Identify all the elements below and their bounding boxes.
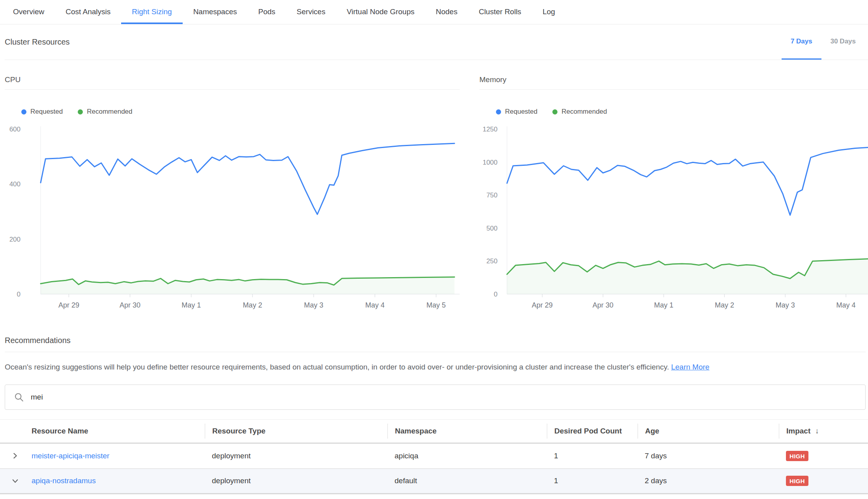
tab-cost-analysis[interactable]: Cost Analysis	[55, 0, 121, 24]
resource-name-link[interactable]: meister-apiciqa-meister	[32, 452, 109, 460]
age-cell: 2 days	[638, 476, 779, 485]
desired-pod-count-cell: 1	[547, 476, 638, 485]
legend-item-requested[interactable]: Requested	[496, 108, 537, 116]
legend-dot-recommended	[78, 109, 83, 114]
column-header-impact[interactable]: Impact↓	[779, 424, 868, 439]
svg-text:May 2: May 2	[243, 301, 262, 309]
legend-item-recommended[interactable]: Recommended	[552, 108, 607, 116]
impact-badge: HIGH	[786, 476, 808, 486]
svg-text:May 1: May 1	[654, 301, 673, 309]
legend-dot-requested	[21, 109, 26, 114]
svg-text:250: 250	[486, 257, 498, 265]
tab-log[interactable]: Log	[532, 0, 566, 24]
chevron-down-icon[interactable]	[12, 478, 19, 484]
tab-cluster-rolls[interactable]: Cluster Rolls	[468, 0, 532, 24]
resource-name-link[interactable]: apiqa-nostradamus	[32, 476, 96, 485]
tab-overview[interactable]: Overview	[2, 0, 55, 24]
recommendations-table: Resource NameResource TypeNamespaceDesir…	[0, 419, 868, 494]
column-header-name[interactable]: Resource Name	[24, 424, 205, 439]
column-header-pods[interactable]: Desired Pod Count	[547, 424, 638, 439]
column-header-type[interactable]: Resource Type	[205, 424, 387, 439]
impact-cell: HIGH	[779, 451, 868, 461]
memory-chart-panel: Memory RequestedRecommended 025050075010…	[479, 75, 868, 310]
legend-dot-recommended	[552, 109, 557, 114]
namespace-cell: apiciqa	[387, 452, 547, 460]
memory-chart[interactable]: 025050075010001250Apr 29Apr 30May 1May 2…	[479, 124, 868, 310]
column-header-expander	[0, 424, 24, 439]
charts-row: CPU RequestedRecommended 0200400600Apr 2…	[5, 75, 868, 310]
tab-virtual-node-groups[interactable]: Virtual Node Groups	[336, 0, 425, 24]
svg-text:500: 500	[486, 225, 498, 232]
svg-text:May 4: May 4	[836, 301, 856, 309]
svg-text:May 1: May 1	[181, 301, 201, 309]
svg-text:Apr 29: Apr 29	[58, 301, 79, 309]
search-box	[5, 385, 866, 410]
tab-pods[interactable]: Pods	[248, 0, 286, 24]
tab-bar: OverviewCost AnalysisRight SizingNamespa…	[0, 0, 868, 24]
search-icon	[14, 392, 24, 402]
legend-dot-requested	[496, 109, 501, 114]
tab-services[interactable]: Services	[286, 0, 336, 24]
range-tab-7-days[interactable]: 7 Days	[782, 24, 821, 60]
legend-item-recommended[interactable]: Recommended	[78, 108, 132, 116]
table-row[interactable]: apiqa-nostradamusdeploymentdefault12 day…	[0, 469, 868, 494]
svg-text:600: 600	[9, 126, 21, 133]
svg-text:1250: 1250	[483, 126, 498, 133]
svg-text:200: 200	[9, 236, 21, 243]
svg-text:May 3: May 3	[304, 301, 323, 309]
desired-pod-count-cell: 1	[547, 452, 638, 460]
learn-more-link[interactable]: Learn More	[671, 363, 709, 371]
search-input[interactable]	[30, 392, 857, 402]
svg-text:400: 400	[9, 180, 21, 188]
recommendations-description: Ocean's resizing suggestions will help y…	[5, 362, 866, 372]
sort-desc-icon: ↓	[815, 427, 819, 435]
resource-type-cell: deployment	[205, 452, 387, 460]
recommendations-title: Recommendations	[5, 336, 866, 352]
table-row[interactable]: meister-apiciqa-meisterdeploymentapiciqa…	[0, 444, 868, 469]
svg-text:Apr 30: Apr 30	[120, 301, 140, 309]
svg-text:0: 0	[494, 291, 498, 298]
cluster-resources-header: Cluster Resources 7 Days30 Days	[5, 24, 868, 60]
svg-text:May 4: May 4	[365, 301, 385, 309]
memory-chart-title: Memory	[479, 75, 868, 90]
legend-item-requested[interactable]: Requested	[21, 108, 63, 116]
table-header: Resource NameResource TypeNamespaceDesir…	[0, 419, 868, 444]
svg-text:May 3: May 3	[776, 301, 795, 309]
memory-chart-legend: RequestedRecommended	[496, 108, 868, 116]
range-tab-30-days[interactable]: 30 Days	[821, 24, 865, 60]
resource-name-cell: apiqa-nostradamus	[24, 476, 205, 485]
page-title: Cluster Resources	[5, 38, 70, 47]
impact-badge: HIGH	[786, 451, 808, 461]
recommendations-section: Recommendations Ocean's resizing suggest…	[5, 336, 866, 372]
tab-nodes[interactable]: Nodes	[425, 0, 468, 24]
column-header-namespace[interactable]: Namespace	[387, 424, 547, 439]
cpu-chart-panel: CPU RequestedRecommended 0200400600Apr 2…	[5, 75, 460, 310]
time-range-tabs: 7 Days30 Days	[782, 24, 865, 60]
tab-namespaces[interactable]: Namespaces	[183, 0, 248, 24]
svg-text:Apr 29: Apr 29	[532, 301, 553, 309]
cpu-chart-title: CPU	[5, 75, 460, 90]
svg-text:May 2: May 2	[715, 301, 734, 309]
resource-type-cell: deployment	[205, 476, 387, 485]
chevron-right-icon[interactable]	[12, 452, 19, 459]
table-body: meister-apiciqa-meisterdeploymentapiciqa…	[0, 444, 868, 494]
cpu-chart[interactable]: 0200400600Apr 29Apr 30May 1May 2May 3May…	[5, 124, 460, 310]
svg-text:750: 750	[486, 191, 498, 199]
svg-text:May 5: May 5	[427, 301, 446, 309]
svg-text:1000: 1000	[483, 159, 498, 166]
namespace-cell: default	[387, 476, 547, 485]
tab-right-sizing[interactable]: Right Sizing	[121, 0, 182, 24]
cpu-chart-legend: RequestedRecommended	[21, 108, 460, 116]
svg-text:Apr 30: Apr 30	[593, 301, 614, 309]
resource-name-cell: meister-apiciqa-meister	[24, 452, 205, 460]
svg-text:0: 0	[17, 291, 21, 298]
column-header-age[interactable]: Age	[638, 424, 779, 439]
age-cell: 7 days	[638, 452, 779, 460]
impact-cell: HIGH	[779, 476, 868, 486]
